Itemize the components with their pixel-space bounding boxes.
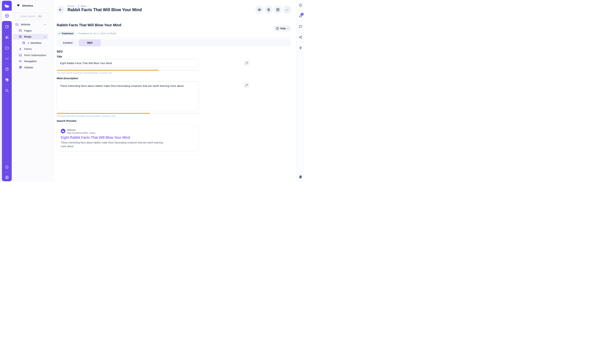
check-icon bbox=[58, 32, 61, 35]
nav-item-posts[interactable]: Posts bbox=[13, 34, 48, 39]
help-label: Help bbox=[280, 27, 286, 30]
flows-sidebar-button[interactable] bbox=[296, 43, 304, 53]
account-circle-icon[interactable] bbox=[5, 175, 9, 180]
search-preview-label: Search Preview bbox=[57, 119, 76, 122]
module-bar bbox=[2, 21, 12, 181]
back-button[interactable] bbox=[56, 6, 65, 14]
chevron-down-icon[interactable] bbox=[44, 24, 46, 26]
seo-section-heading: SEO bbox=[57, 50, 63, 53]
users-module-icon[interactable] bbox=[5, 35, 9, 39]
item-title: Rabbit Facts That Will Blow Your Mind bbox=[57, 23, 121, 27]
nav-item-forms[interactable]: Forms bbox=[13, 46, 48, 52]
breadcrumb-collection[interactable]: Posts bbox=[67, 5, 74, 7]
nav-item-label: Navigation bbox=[24, 60, 37, 63]
breadcrumb-version[interactable]: Main bbox=[81, 5, 86, 7]
edit-module-icon[interactable] bbox=[5, 25, 9, 29]
version-sync-icon bbox=[77, 5, 80, 7]
menu-open-icon bbox=[19, 60, 22, 63]
nav-item-label: Pages bbox=[24, 29, 32, 32]
nav-list: Website Pages Posts 1. Workfl bbox=[13, 22, 48, 70]
delete-button[interactable] bbox=[265, 6, 273, 14]
comments-sidebar-button[interactable] bbox=[296, 21, 304, 32]
lightning-bolt-icon bbox=[299, 46, 302, 50]
directus-logo-button[interactable] bbox=[2, 1, 12, 11]
tab-bar: Content SEO bbox=[57, 39, 291, 46]
magic-wand-icon bbox=[245, 83, 248, 87]
clipboard-clock-icon bbox=[299, 175, 303, 179]
meta-field-label: Meta Description bbox=[57, 77, 78, 80]
header-actions bbox=[255, 6, 291, 14]
preview-button[interactable] bbox=[255, 6, 264, 14]
nav-item-website[interactable]: Website bbox=[13, 22, 48, 27]
title-length-progress-fill bbox=[57, 70, 159, 71]
help-module-icon[interactable] bbox=[5, 67, 9, 71]
nav-item-label: Website bbox=[21, 23, 30, 26]
info-icon bbox=[299, 3, 302, 7]
archive-icon bbox=[276, 8, 280, 12]
nav-item-label: 1. Workflow bbox=[27, 41, 41, 44]
search-module-icon[interactable] bbox=[5, 89, 9, 93]
activity-sidebar-button[interactable] bbox=[296, 172, 304, 182]
info-sidebar-button[interactable] bbox=[296, 0, 304, 11]
nav-item-label: Form Submissions bbox=[24, 54, 46, 57]
nav-item-workflow[interactable]: 1. Workflow bbox=[13, 40, 48, 46]
project-row[interactable]: Directus bbox=[12, 0, 54, 7]
rabbit-logo-icon bbox=[4, 3, 10, 9]
title-helper-text: Too short 45-60 characters recommended. … bbox=[57, 72, 112, 74]
check-icon bbox=[285, 8, 289, 12]
kanban-icon bbox=[22, 41, 26, 45]
inbox-icon bbox=[19, 53, 22, 57]
page-title: Rabbit Facts That Will Blow Your Mind bbox=[67, 7, 142, 12]
global-search-input[interactable]: Global Search ⌘K bbox=[14, 13, 49, 20]
nav-item-pages[interactable]: Pages bbox=[13, 28, 48, 33]
sidebar-spacer bbox=[296, 53, 304, 172]
auto-generate-title-button[interactable] bbox=[244, 60, 249, 66]
nav-item-label: Forms bbox=[24, 47, 32, 51]
breadcrumb[interactable]: Posts • Main bbox=[67, 5, 89, 7]
settings-module-icon[interactable] bbox=[5, 78, 9, 82]
status-badge: Published bbox=[57, 31, 75, 36]
meta-description-textarea[interactable]: These interesting facts about rabbits ma… bbox=[57, 81, 199, 111]
breadcrumb-separator: • bbox=[75, 5, 76, 7]
chevron-down-icon bbox=[87, 5, 89, 7]
share-icon bbox=[299, 35, 302, 39]
status-row: Published • Published At: Jun 2, 2024 12… bbox=[57, 31, 116, 36]
main-content: Posts • Main Rabbit Facts That Will Blow… bbox=[54, 0, 296, 182]
project-logo-icon bbox=[16, 3, 20, 7]
arrow-left-icon bbox=[58, 8, 63, 12]
shares-sidebar-button[interactable] bbox=[296, 32, 304, 43]
tab-content[interactable]: Content bbox=[57, 39, 79, 46]
changes-sidebar-button[interactable]: 2 bbox=[296, 11, 304, 21]
navigation-panel: Directus Global Search ⌘K Website Pages bbox=[12, 0, 54, 182]
help-button[interactable]: Help bbox=[273, 26, 291, 31]
nav-item-form-submissions[interactable]: Form Submissions bbox=[13, 52, 48, 58]
header-divider bbox=[57, 38, 291, 38]
search-preview-card: Directus http://localhost:8055 › posts E… bbox=[57, 124, 199, 151]
folder-star-icon bbox=[15, 23, 19, 26]
insights-module-icon[interactable] bbox=[5, 56, 9, 61]
archive-button[interactable] bbox=[274, 6, 282, 14]
save-button[interactable] bbox=[283, 6, 291, 14]
nav-item-label: Globals bbox=[24, 66, 33, 69]
box-icon bbox=[5, 13, 9, 18]
project-name: Directus bbox=[22, 4, 33, 7]
chevron-down-icon[interactable] bbox=[44, 36, 46, 38]
magic-wand-icon bbox=[245, 61, 248, 65]
preview-result-description: These interesting facts about rabbits ma… bbox=[61, 141, 166, 148]
module-content-active[interactable] bbox=[2, 11, 12, 21]
preview-result-title[interactable]: Eight Rabbit Facts That Will Blow Your M… bbox=[61, 135, 130, 140]
search-shortcut-badge: ⌘K bbox=[37, 14, 43, 18]
meta-length-progress bbox=[57, 113, 199, 114]
global-search-placeholder: Global Search bbox=[20, 15, 36, 18]
trash-icon bbox=[267, 8, 271, 12]
seo-title-input[interactable] bbox=[57, 59, 199, 67]
title-field-label: Title bbox=[57, 55, 62, 58]
auto-generate-meta-button[interactable] bbox=[244, 82, 249, 88]
files-module-icon[interactable] bbox=[5, 46, 9, 50]
meta-helper-text: Too short 130-160 characters recommended… bbox=[57, 115, 116, 117]
chevron-down-icon bbox=[287, 27, 289, 29]
nav-item-globals[interactable]: Globals bbox=[13, 65, 48, 70]
tab-seo[interactable]: SEO bbox=[79, 39, 101, 46]
notifications-icon[interactable] bbox=[5, 165, 9, 169]
nav-item-navigation[interactable]: Navigation bbox=[13, 58, 48, 64]
